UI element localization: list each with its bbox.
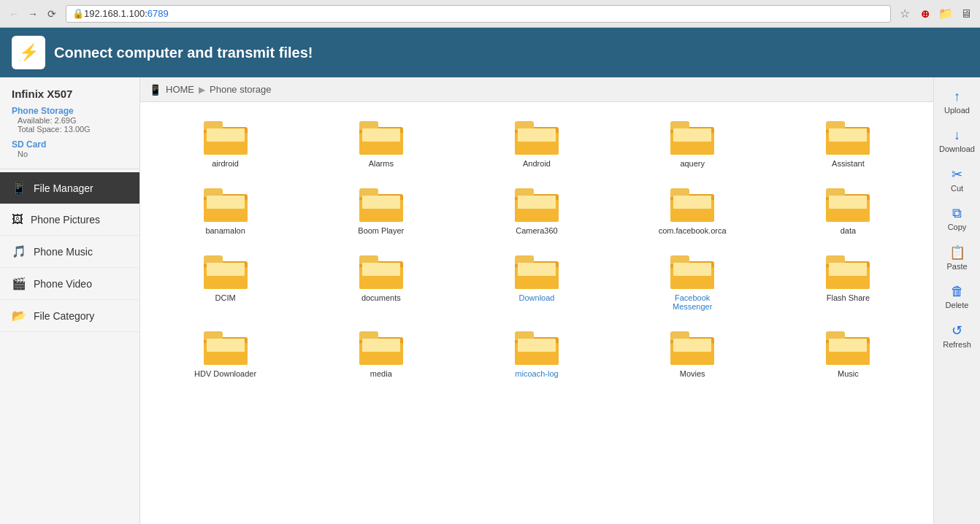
download-icon: ↓ — [954, 128, 960, 143]
folder-name: banamalon — [205, 226, 245, 235]
folder-icon — [204, 328, 248, 365]
folder-name: airdroid — [212, 159, 239, 168]
file-item — [303, 387, 459, 404]
folder-name: Flash Share — [827, 293, 870, 302]
folder-button[interactable]: 📁 — [938, 6, 954, 22]
file-item[interactable]: Music — [770, 320, 926, 387]
file-item[interactable]: Boom Player — [303, 177, 459, 244]
file-item[interactable]: DCIM — [148, 244, 303, 320]
sidebar-label-file-manager: File Manager — [34, 182, 93, 194]
file-item[interactable]: Movies — [615, 320, 770, 387]
forward-button[interactable]: → — [25, 6, 41, 22]
folder-name: Facebook Messenger — [656, 293, 729, 311]
refresh-icon: ↺ — [952, 323, 962, 339]
total-space: Total Space: 13.00G — [12, 125, 128, 134]
app-header: ⚡ Connect computer and transmit files! — [0, 28, 980, 77]
file-grid: airdroidAlarmsAndroidaqueryAssistantbana… — [140, 102, 933, 412]
folder-name: Android — [523, 159, 551, 168]
folder-icon — [670, 118, 714, 155]
mobile-icon: 📱 — [149, 84, 161, 96]
file-item[interactable]: Android — [459, 109, 614, 177]
file-item[interactable]: aquery — [615, 109, 770, 177]
right-toolbar: ↑Upload↓Download✂Cut⧉Copy📋Paste🗑Delete↺R… — [933, 77, 980, 524]
sidebar-icon-file-manager: 📱 — [12, 181, 26, 195]
file-item — [770, 387, 926, 404]
breadcrumb-home[interactable]: HOME — [166, 84, 194, 95]
folder-icon — [515, 328, 559, 365]
folder-name: micoach-log — [515, 369, 558, 378]
nav-buttons: ← → ⟳ — [6, 6, 60, 22]
folder-icon — [515, 253, 559, 289]
boom-button[interactable]: ⊕ — [917, 6, 933, 22]
url-port: 6789 — [148, 8, 169, 19]
download-label: Download — [939, 145, 975, 153]
folder-icon — [515, 185, 559, 222]
file-item[interactable]: data — [770, 177, 926, 244]
file-item[interactable]: com.facebook.orca — [615, 177, 770, 244]
sidebar-item-phone-music[interactable]: 🎵Phone Music — [0, 236, 139, 268]
file-grid-wrapper: airdroidAlarmsAndroidaqueryAssistantbana… — [140, 102, 933, 524]
toolbar-download-button[interactable]: ↓Download — [934, 122, 980, 159]
folder-name: Assistant — [832, 159, 865, 168]
file-item[interactable]: banamalon — [148, 177, 303, 244]
toolbar-copy-button[interactable]: ⧉Copy — [934, 200, 980, 237]
sidebar-item-file-manager[interactable]: 📱File Manager — [0, 172, 139, 204]
screen-button[interactable]: 🖥 — [958, 6, 974, 22]
address-bar[interactable]: 🔒 192.168.1.100:6789 — [66, 5, 891, 23]
phone-storage-section: Phone Storage Available: 2.69G Total Spa… — [12, 106, 128, 134]
toolbar-refresh-button[interactable]: ↺Refresh — [934, 317, 980, 355]
url-icon: 🔒 — [72, 8, 84, 19]
upload-icon: ↑ — [954, 89, 960, 104]
file-item[interactable]: micoach-log — [459, 320, 614, 387]
folder-icon — [670, 185, 714, 222]
folder-name: DCIM — [215, 293, 236, 302]
logo-icon: ⚡ — [19, 43, 39, 62]
delete-label: Delete — [946, 301, 969, 309]
copy-label: Copy — [948, 223, 967, 231]
file-item — [615, 387, 770, 404]
sidebar-item-file-category[interactable]: 📂File Category — [0, 300, 139, 332]
folder-icon — [826, 328, 870, 365]
file-item[interactable]: Alarms — [303, 109, 459, 177]
file-item[interactable]: Download — [459, 244, 614, 320]
copy-icon: ⧉ — [952, 206, 962, 221]
app-logo: ⚡ — [12, 36, 45, 69]
sidebar-icon-phone-video: 🎬 — [12, 277, 26, 290]
file-item[interactable]: Assistant — [770, 109, 926, 177]
cut-label: Cut — [951, 184, 963, 193]
toolbar-paste-button[interactable]: 📋Paste — [934, 239, 980, 277]
file-item[interactable]: HDV Downloader — [148, 320, 303, 387]
folder-name: documents — [361, 293, 401, 302]
back-button[interactable]: ← — [6, 6, 22, 22]
file-item[interactable]: documents — [303, 244, 459, 320]
refresh-label: Refresh — [943, 340, 971, 349]
sidebar-item-phone-pictures[interactable]: 🖼Phone Pictures — [0, 204, 139, 236]
cut-icon: ✂ — [952, 166, 962, 182]
toolbar-delete-button[interactable]: 🗑Delete — [934, 278, 980, 315]
sidebar-item-phone-video[interactable]: 🎬Phone Video — [0, 268, 139, 300]
reload-button[interactable]: ⟳ — [44, 6, 60, 22]
file-item[interactable]: Camera360 — [459, 177, 614, 244]
file-item — [148, 387, 303, 404]
file-item[interactable]: Flash Share — [770, 244, 926, 320]
folder-name: Music — [838, 369, 859, 378]
app-title: Connect computer and transmit files! — [54, 45, 313, 61]
folder-icon — [359, 253, 403, 289]
file-item[interactable]: media — [303, 320, 459, 387]
breadcrumb-separator: ▶ — [199, 85, 205, 95]
folder-name: com.facebook.orca — [659, 226, 727, 235]
star-button[interactable]: ☆ — [897, 6, 913, 22]
file-item[interactable]: airdroid — [148, 109, 303, 177]
folder-name: Camera360 — [516, 226, 557, 235]
folder-icon — [204, 253, 248, 289]
device-info: Infinix X507 Phone Storage Available: 2.… — [0, 77, 139, 166]
toolbar-upload-button[interactable]: ↑Upload — [934, 83, 980, 120]
folder-name: Movies — [680, 369, 705, 378]
folder-icon — [359, 328, 403, 365]
sidebar-icon-phone-pictures: 🖼 — [12, 213, 23, 226]
toolbar-cut-button[interactable]: ✂Cut — [934, 161, 980, 199]
sidebar-label-phone-music: Phone Music — [34, 246, 93, 258]
file-item[interactable]: Facebook Messenger — [615, 244, 770, 320]
folder-icon — [826, 118, 870, 155]
paste-label: Paste — [946, 262, 967, 271]
